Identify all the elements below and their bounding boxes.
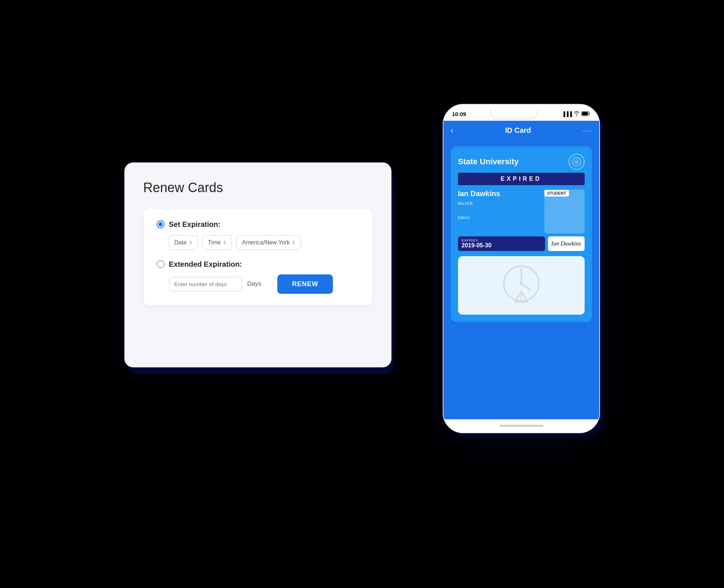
timezone-chevron-icon: ⇕ [292,240,296,245]
date-chevron-icon: ⇕ [189,240,192,245]
card-body: Ian Dawkins MAJOR EMAIL STUDENT [458,190,585,233]
major-label: MAJOR [458,202,540,206]
back-button[interactable]: ‹ [451,126,453,135]
svg-point-11 [520,300,522,302]
time-select-wrapper[interactable]: Time ⇕ [202,235,232,250]
expires-label: EXPIRES [462,239,541,242]
university-seal-icon: 🏛 [569,154,585,170]
page-title: Renew Cards [143,180,372,195]
timezone-select-wrapper[interactable]: America/New York ⇕ [236,235,301,250]
email-label: EMAIL [458,216,540,220]
major-value [458,206,540,212]
svg-text:🏛: 🏛 [575,160,578,164]
id-card: State University 🏛 EXPIRED [451,146,592,322]
wifi-icon [574,111,579,117]
university-name: State University [458,157,519,166]
datetime-selects-row: Date ⇕ Time ⇕ America/New York ⇕ [169,235,359,250]
email-value [458,221,540,226]
signature-box: Ian Dawkins [548,236,585,251]
phone-body: 10:09 ▐▐▐ [443,104,600,433]
status-icons: ▐▐▐ [562,111,590,117]
svg-line-7 [521,284,530,290]
status-bar: 10:09 ▐▐▐ [443,105,599,121]
phone-device: 10:09 ▐▐▐ [443,104,600,433]
days-label: Days [247,280,262,288]
date-select-text: Date [175,239,187,246]
radio-inner-filled [158,222,163,226]
card-photo-area: STUDENT [544,190,585,233]
notch [490,109,538,119]
app-header: ‹ ID Card ··· [443,121,599,141]
id-card-header: State University 🏛 [458,154,585,170]
signature-text: Ian Dawkins [551,240,581,247]
extended-expiration-label: Extended Expiration: [169,260,242,269]
date-select-wrapper[interactable]: Date ⇕ [169,235,198,250]
expires-box: EXPIRES 2019-05-30 [458,236,545,251]
student-name: Ian Dawkins [458,190,540,198]
svg-point-8 [520,282,523,285]
card-left: Ian Dawkins MAJOR EMAIL [458,190,540,233]
extended-expiration-row: Extended Expiration: [157,260,359,269]
renew-button[interactable]: RENEW [277,274,333,294]
header-title: ID Card [505,126,531,135]
home-bar [443,419,599,432]
svg-rect-1 [582,112,588,115]
set-expiration-row: Set Expiration: [157,220,359,229]
form-card: Set Expiration: Date ⇕ Time ⇕ America/Ne… [143,209,372,306]
expired-banner: EXPIRED [458,173,585,185]
days-input[interactable] [169,277,242,291]
time-select-text: Time [208,239,221,246]
student-badge: STUDENT [544,190,569,196]
time-chevron-icon: ⇕ [223,240,226,245]
home-bar-line [499,425,543,427]
signal-icon: ▐▐▐ [562,111,572,117]
set-expiration-radio[interactable] [157,220,165,228]
battery-icon [581,111,590,117]
expires-date: 2019-05-30 [462,242,541,249]
days-row: Days RENEW [169,274,359,294]
phone-content: State University 🏛 EXPIRED [443,141,599,419]
set-expiration-label: Set Expiration: [169,220,221,229]
web-panel: Renew Cards Set Expiration: Date ⇕ Time … [124,162,391,367]
expires-section: EXPIRES 2019-05-30 Ian Dawkins [458,236,585,251]
more-button[interactable]: ··· [583,126,592,135]
extended-expiration-radio[interactable] [157,260,165,268]
status-time: 10:09 [452,111,466,117]
clock-warning-icon [498,262,545,309]
expired-overlay [458,256,585,315]
expired-text: EXPIRED [500,176,541,182]
timezone-select-text: America/New York [242,239,290,246]
